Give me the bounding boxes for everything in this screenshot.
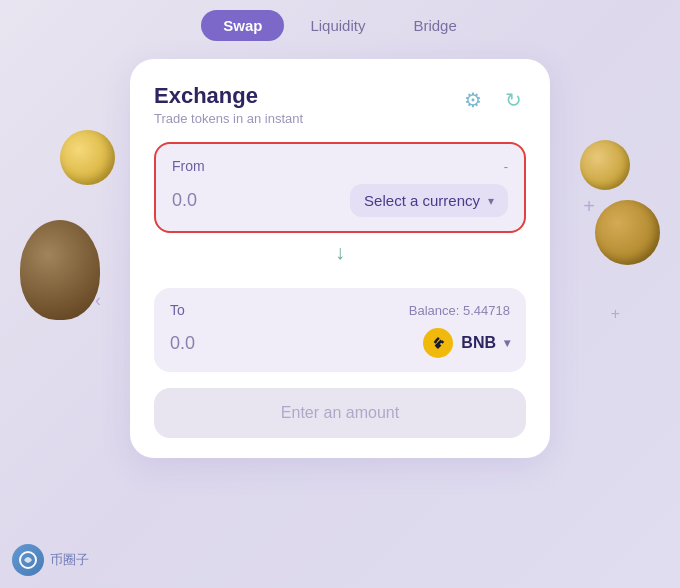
from-label: From bbox=[172, 158, 205, 174]
bnb-icon bbox=[423, 328, 453, 358]
card-title: Exchange bbox=[154, 83, 303, 109]
enter-amount-button[interactable]: Enter an amount bbox=[154, 388, 526, 438]
card-title-group: Exchange Trade tokens in an instant bbox=[154, 83, 303, 126]
from-token-row: 0.0 Select a currency ▾ bbox=[172, 184, 508, 217]
watermark-icon bbox=[12, 544, 44, 576]
select-currency-button[interactable]: Select a currency ▾ bbox=[350, 184, 508, 217]
select-currency-label: Select a currency bbox=[364, 192, 480, 209]
deco-coin-left-top bbox=[60, 130, 115, 185]
tab-swap[interactable]: Swap bbox=[201, 10, 284, 41]
card-header: Exchange Trade tokens in an instant ⚙ ↻ bbox=[154, 83, 526, 126]
bnb-label: BNB bbox=[461, 334, 496, 352]
chevron-down-icon: ▾ bbox=[488, 194, 494, 208]
from-amount: 0.0 bbox=[172, 190, 197, 211]
watermark: 币圈子 bbox=[12, 544, 89, 576]
to-amount: 0.0 bbox=[170, 333, 195, 354]
from-token-box: From - 0.0 Select a currency ▾ bbox=[154, 142, 526, 233]
card-subtitle: Trade tokens in an instant bbox=[154, 111, 303, 126]
from-box-header: From - bbox=[172, 158, 508, 174]
swap-direction-arrow[interactable]: ↓ bbox=[154, 233, 526, 272]
bnb-select-button[interactable]: BNB ▾ bbox=[423, 328, 510, 358]
to-label: To bbox=[170, 302, 185, 318]
to-token-row: 0.0 BNB ▾ bbox=[170, 328, 510, 358]
to-token-box: To Balance: 5.44718 0.0 BNB ▾ bbox=[154, 288, 526, 372]
refresh-icon[interactable]: ↻ bbox=[500, 87, 526, 113]
deco-arrow-left: ‹ bbox=[95, 290, 101, 311]
deco-coin-right-middle bbox=[595, 200, 660, 265]
to-box-header: To Balance: 5.44718 bbox=[170, 302, 510, 318]
bnb-chevron-icon: ▾ bbox=[504, 336, 510, 350]
to-balance: Balance: 5.44718 bbox=[409, 303, 510, 318]
settings-icon[interactable]: ⚙ bbox=[460, 87, 486, 113]
exchange-card: Exchange Trade tokens in an instant ⚙ ↻ … bbox=[130, 59, 550, 458]
deco-plus-1: + bbox=[583, 195, 595, 218]
tab-liquidity[interactable]: Liquidity bbox=[288, 10, 387, 41]
card-icons: ⚙ ↻ bbox=[460, 83, 526, 113]
watermark-text: 币圈子 bbox=[50, 551, 89, 569]
deco-coin-left-bottom bbox=[20, 220, 100, 320]
from-dash: - bbox=[504, 159, 508, 174]
tab-bar: Swap Liquidity Bridge bbox=[0, 0, 680, 41]
deco-coin-right-top bbox=[580, 140, 630, 190]
tab-bridge[interactable]: Bridge bbox=[391, 10, 478, 41]
deco-plus-2: + bbox=[611, 305, 620, 323]
